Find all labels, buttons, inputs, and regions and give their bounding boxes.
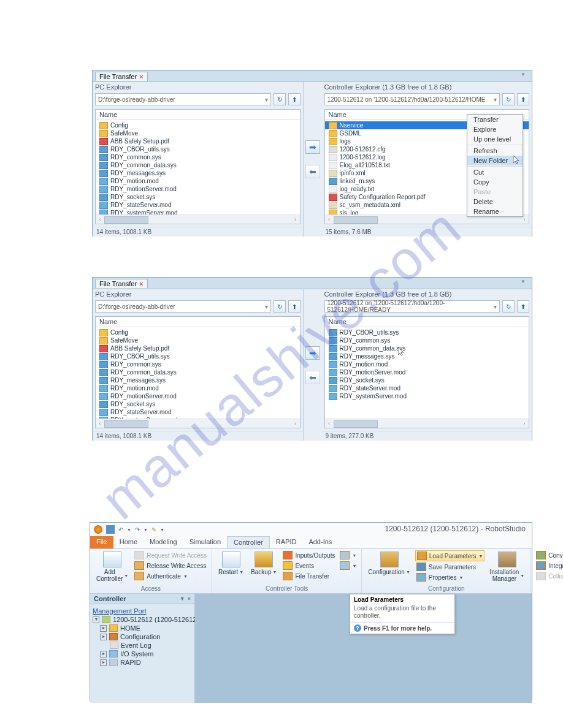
list-item[interactable]: RDY_motionServer.mod xyxy=(96,392,300,400)
integrated-vision-button[interactable]: Integrated Vision xyxy=(535,561,563,571)
list-item[interactable]: RDY_motionServer.mod xyxy=(96,185,300,193)
pc-path-input[interactable]: D:\forge-os\ready-abb-driver▾ xyxy=(95,93,271,105)
transfer-right-button[interactable]: ➡ xyxy=(305,140,320,154)
transfer-left-button[interactable]: ⬅ xyxy=(305,165,320,178)
list-item[interactable]: Config xyxy=(96,328,300,336)
redo-dropdown-icon[interactable]: ▼ xyxy=(144,528,148,532)
expand-icon[interactable]: ▸ xyxy=(100,659,107,666)
transfer-left-button[interactable]: ⬅ xyxy=(305,371,320,384)
up-icon[interactable]: ⬆ xyxy=(517,300,529,313)
list-item[interactable]: ABB Safely Setup.pdf xyxy=(96,344,300,352)
menu-item-rename[interactable]: Rename xyxy=(467,207,523,216)
tab-rapid[interactable]: RAPID xyxy=(270,536,303,548)
configuration-button[interactable]: Configuration▼ xyxy=(366,550,412,577)
list-item[interactable]: RDY_socket.sys xyxy=(325,376,529,384)
redo-icon[interactable]: ↷ xyxy=(135,526,140,533)
backup-button[interactable]: Backup▼ xyxy=(248,550,279,577)
menu-item-refresh[interactable]: Refresh xyxy=(467,146,523,156)
list-item[interactable]: RDY_common.sys xyxy=(96,360,300,368)
restart-button[interactable]: Restart▼ xyxy=(216,550,246,577)
scrollbar[interactable]: ‹› xyxy=(96,419,300,428)
ctrl-path-input[interactable]: 1200-512612 on '1200-512612'/hd0a/1200-5… xyxy=(324,93,500,105)
pc-path-input[interactable]: D:\forge-os\ready-abb-driver▾ xyxy=(95,300,271,313)
refresh-icon[interactable]: ↻ xyxy=(502,300,515,313)
collapse-icon[interactable]: ▾ xyxy=(93,616,99,623)
inputs-outputs-button[interactable]: Inputs/Outputs xyxy=(282,550,336,560)
scrollbar[interactable]: ‹› xyxy=(96,214,300,224)
list-item[interactable]: RDY_stateServer.mod xyxy=(96,201,300,209)
list-item[interactable]: ABB Safely Setup.pdf xyxy=(96,137,300,145)
list-item[interactable]: RDY_common.sys xyxy=(96,153,300,161)
ctrl-name-header[interactable]: Name xyxy=(325,317,529,327)
list-item[interactable]: RDY_messages.sys xyxy=(96,376,300,384)
add-controller-button[interactable]: AddController▼ xyxy=(94,550,131,583)
list-item[interactable]: RDY_socket.sys xyxy=(96,193,300,201)
properties-button[interactable]: Properties ▼ xyxy=(415,572,485,582)
dropdown-icon[interactable]: ▼ xyxy=(180,596,185,602)
tree-home[interactable]: ▸HOME xyxy=(93,624,192,632)
list-item[interactable]: RDY_systemServer.mod xyxy=(325,392,529,400)
undo-icon[interactable]: ↶ xyxy=(118,526,123,533)
close-icon[interactable]: × xyxy=(188,596,191,602)
menu-item-copy[interactable]: Copy xyxy=(467,177,523,187)
list-item[interactable]: SafeMove xyxy=(96,129,300,137)
save-parameters-button[interactable]: Save Parameters xyxy=(415,562,485,572)
tab-file-transfer[interactable]: File Transfer × xyxy=(95,72,148,81)
pc-name-header[interactable]: Name xyxy=(96,317,300,327)
list-item[interactable]: RDY_common_data.sys xyxy=(96,368,300,376)
up-icon[interactable]: ⬆ xyxy=(517,93,529,105)
collision-avoidance-button[interactable]: Collision Avoidance ▼ xyxy=(535,571,563,581)
online-button[interactable]: ▼ xyxy=(339,561,358,571)
up-icon[interactable]: ⬆ xyxy=(288,93,301,105)
close-icon[interactable]: × xyxy=(139,73,143,80)
authenticate-button[interactable]: Authenticate ▼ xyxy=(133,571,208,581)
expand-icon[interactable]: ▸ xyxy=(100,625,107,632)
tree-management-port[interactable]: Management Port xyxy=(93,607,192,615)
request-write-access-button[interactable]: Request Write Access xyxy=(133,550,208,560)
refresh-icon[interactable]: ↻ xyxy=(502,93,515,105)
tab-simulation[interactable]: Simulation xyxy=(183,536,227,548)
list-item[interactable]: RDY_common_data.sys xyxy=(96,161,300,169)
transfer-right-button[interactable]: ➡ xyxy=(305,346,320,360)
conveyor-tracking-button[interactable]: Conveyor Tracking xyxy=(535,550,563,560)
tab-modeling[interactable]: Modeling xyxy=(144,536,183,548)
tree-configuration[interactable]: ▸Configuration xyxy=(93,632,192,641)
release-write-access-button[interactable]: Release Write Access xyxy=(133,561,208,571)
flexpendant-button[interactable]: ▼ xyxy=(339,550,358,560)
list-item[interactable]: RDY_CBOR_utils.sys xyxy=(96,352,300,360)
list-item[interactable]: RDY_stateServer.mod xyxy=(325,384,529,392)
tree-io-system[interactable]: ▸I/O System xyxy=(93,650,192,658)
brush-icon[interactable]: ✎ xyxy=(151,526,156,533)
qat-dropdown-icon[interactable]: ▼ xyxy=(160,528,164,532)
tab-addins[interactable]: Add-Ins xyxy=(302,536,338,548)
close-icon[interactable]: × xyxy=(139,280,143,287)
up-icon[interactable]: ⬆ xyxy=(288,300,301,313)
list-item[interactable]: RDY_stateServer.mod xyxy=(96,408,300,416)
menu-item-delete[interactable]: Delete xyxy=(467,197,523,207)
list-item[interactable]: RDY_motion.mod xyxy=(96,177,300,185)
menu-item-explore[interactable]: Explore xyxy=(467,124,523,134)
list-item[interactable]: RDY_motionServer.mod xyxy=(325,368,529,376)
ctrl-path-input[interactable]: 1200-512612 on '1200-512612'/hd0a/1200-5… xyxy=(324,300,500,313)
list-item[interactable]: Config xyxy=(96,121,300,129)
refresh-icon[interactable]: ↻ xyxy=(274,93,286,105)
events-button[interactable]: Events xyxy=(282,561,336,571)
menu-item-cut[interactable]: Cut xyxy=(467,167,523,177)
tab-file[interactable]: File xyxy=(90,536,113,548)
tree-event-log[interactable]: Event Log xyxy=(93,641,192,650)
refresh-icon[interactable]: ↻ xyxy=(274,300,286,313)
save-icon[interactable] xyxy=(106,525,115,534)
list-item[interactable]: RDY_socket.sys xyxy=(96,400,300,408)
installation-manager-button[interactable]: InstallationManager▼ xyxy=(487,550,527,583)
tab-home[interactable]: Home xyxy=(113,536,144,548)
list-item[interactable]: RDY_CBOR_utils.sys xyxy=(96,145,300,153)
list-item[interactable]: SafeMove xyxy=(96,336,300,344)
load-parameters-button[interactable]: Load Parameters▼ xyxy=(415,550,485,561)
list-item[interactable]: RDY_motion.mod xyxy=(96,384,300,392)
chevron-down-icon[interactable]: ▼ xyxy=(521,279,528,286)
expand-icon[interactable]: ▸ xyxy=(100,634,107,640)
list-item[interactable]: RDY_CBOR_utils.sys xyxy=(325,328,529,336)
menu-item-up-one-level[interactable]: Up one level xyxy=(467,134,523,144)
tab-file-transfer[interactable]: File Transfer × xyxy=(95,279,148,288)
pc-name-header[interactable]: Name xyxy=(96,110,300,120)
